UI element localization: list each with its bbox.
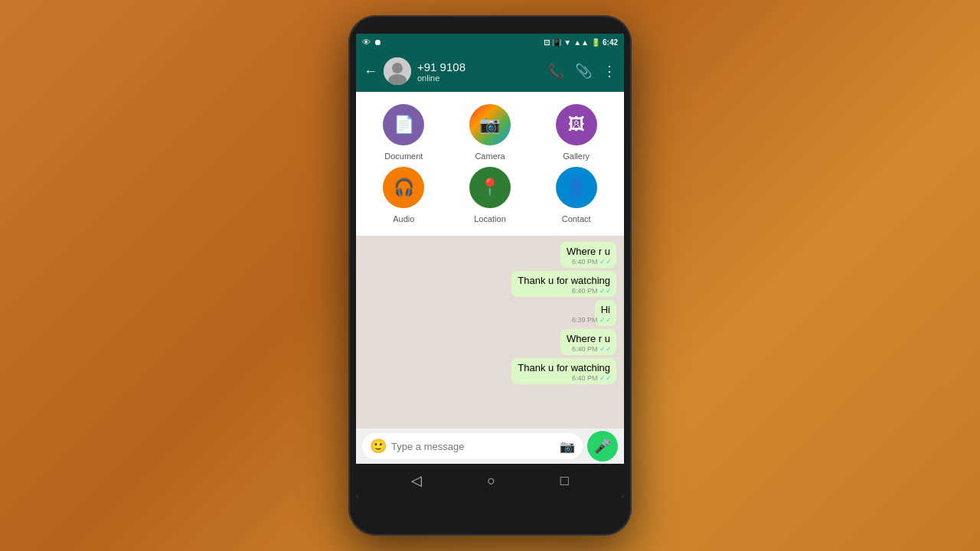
location-label: Location <box>474 214 506 223</box>
time-display: 6:42 <box>603 38 618 47</box>
message-text: Hi <box>601 304 610 315</box>
header-actions: 📞 📎 ⋮ <box>547 63 616 80</box>
nav-bar: ◁ ○ □ <box>356 464 624 497</box>
message-text: Where r u <box>567 333 610 344</box>
message-time: 6:40 PM ✓✓ <box>572 345 612 353</box>
message-bubble: Thank u for watching 6:40 PM ✓✓ <box>511 358 616 384</box>
status-bar: 👁 ⏺ ⊡ 📳 ▼ ▲▲ 🔋 6:42 <box>356 34 624 51</box>
attach-location[interactable]: 📍 Location <box>450 167 531 223</box>
gallery-label: Gallery <box>563 152 590 161</box>
wifi-icon: ▼ <box>564 38 571 47</box>
location-icon: 📍 <box>469 167 511 208</box>
attach-gallery[interactable]: 🖼 Gallery <box>536 104 616 161</box>
back-button[interactable]: ← <box>364 64 377 80</box>
attach-contact[interactable]: 👤 Contact <box>536 167 616 223</box>
cast-icon: ⊡ <box>544 38 550 47</box>
camera-label: Camera <box>475 152 505 161</box>
audio-label: Audio <box>393 214 414 223</box>
message-time: 6:40 PM ✓✓ <box>572 258 612 266</box>
phone-screen: 👁 ⏺ ⊡ 📳 ▼ ▲▲ 🔋 6:42 ← <box>356 34 624 497</box>
phone-icon[interactable]: 📞 <box>547 63 564 80</box>
input-bar: 🙂 📷 🎤 <box>356 429 624 464</box>
message-time: 6:39 PM ✓✓ <box>572 316 612 324</box>
message-input-field[interactable]: 🙂 📷 <box>362 433 583 459</box>
message-input[interactable] <box>391 441 555 452</box>
emoji-icon[interactable]: 🙂 <box>370 438 387 455</box>
message-bubble: Where r u 6:40 PM ✓✓ <box>560 242 616 268</box>
message-time: 6:40 PM ✓✓ <box>572 374 612 382</box>
message-bubble: Where r u 6:40 PM ✓✓ <box>560 329 616 355</box>
home-nav-icon[interactable]: ○ <box>487 473 495 489</box>
attach-audio[interactable]: 🎧 Audio <box>364 167 444 223</box>
audio-icon: 🎧 <box>383 167 424 208</box>
mic-button[interactable]: 🎤 <box>587 431 618 461</box>
document-label: Document <box>384 152 423 161</box>
avatar <box>384 57 411 85</box>
svg-point-1 <box>392 63 403 73</box>
recents-nav-icon[interactable]: □ <box>560 473 569 489</box>
attach-document[interactable]: 📄 Document <box>364 104 444 161</box>
chat-area: Where r u 6:40 PM ✓✓ Thank u for watchin… <box>356 236 624 429</box>
attach-camera[interactable]: 📷 Camera <box>450 104 531 161</box>
camera-attach-icon[interactable]: 📷 <box>560 439 575 454</box>
vibrate-icon: 📳 <box>552 38 561 47</box>
message-time: 6:40 PM ✓✓ <box>572 287 612 295</box>
message-text: Where r u <box>567 246 610 257</box>
chat-header: ← +91 9108 online 📞 📎 ⋮ <box>356 51 624 92</box>
phone-frame: 👁 ⏺ ⊡ 📳 ▼ ▲▲ 🔋 6:42 ← <box>348 15 632 536</box>
camera-icon: 📷 <box>469 104 511 145</box>
attachment-menu: 📄 Document 📷 Camera 🖼 Gallery 🎧 Audio 📍 … <box>356 92 624 236</box>
signal-icon: ▲▲ <box>573 38 589 47</box>
back-nav-icon[interactable]: ◁ <box>411 472 422 489</box>
message-text: Thank u for watching <box>518 362 610 373</box>
document-icon: 📄 <box>383 104 424 145</box>
message-bubble: Thank u for watching 6:40 PM ✓✓ <box>511 271 616 297</box>
battery-icon: 🔋 <box>591 38 600 47</box>
contact-icon: 👤 <box>556 167 597 208</box>
more-options-icon[interactable]: ⋮ <box>603 63 616 80</box>
contact-label: Contact <box>562 214 591 223</box>
contact-status: online <box>417 73 541 83</box>
message-text: Thank u for watching <box>518 275 610 286</box>
contact-name: +91 9108 <box>417 60 541 73</box>
record-icon: ⏺ <box>374 37 382 47</box>
eye-icon: 👁 <box>362 37 371 47</box>
message-bubble: Hi 6:39 PM ✓✓ <box>595 300 616 326</box>
paperclip-icon[interactable]: 📎 <box>575 63 592 80</box>
contact-info: +91 9108 online <box>417 60 541 83</box>
gallery-icon: 🖼 <box>556 104 597 145</box>
